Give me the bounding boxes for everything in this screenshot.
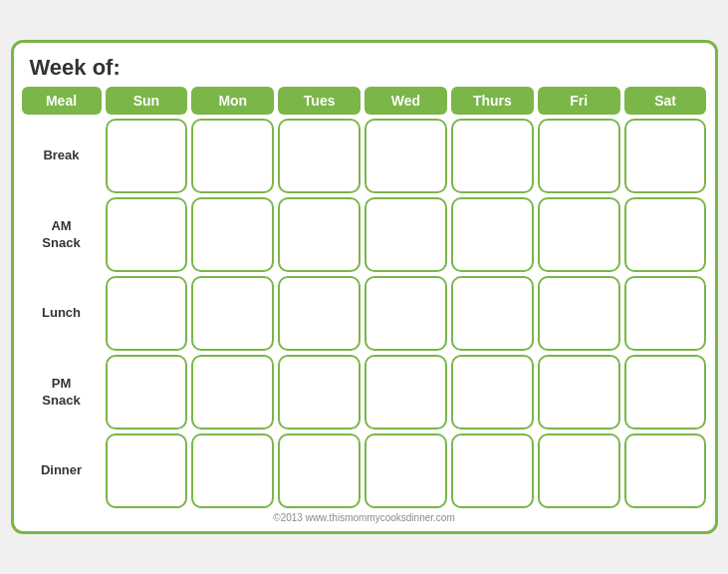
cell-dinner-fri[interactable] [538, 433, 620, 508]
col-header-meal: Meal [22, 87, 102, 115]
cell-amsnack-tues[interactable] [278, 197, 361, 272]
planner-grid: Meal Sun Mon Tues Wed Thurs Fri Sat Brea… [22, 87, 707, 508]
cell-pmsnack-tues[interactable] [278, 355, 361, 430]
cell-lunch-sun[interactable] [106, 276, 188, 351]
cell-dinner-wed[interactable] [364, 433, 447, 508]
cell-lunch-wed[interactable] [364, 276, 447, 351]
col-header-thurs: Thurs [451, 87, 534, 115]
cell-amsnack-thurs[interactable] [451, 197, 534, 272]
cell-amsnack-sat[interactable] [624, 197, 707, 272]
cell-break-fri[interactable] [538, 119, 620, 193]
cell-lunch-fri[interactable] [538, 276, 620, 351]
cell-dinner-tues[interactable] [278, 433, 361, 508]
col-header-sat: Sat [624, 87, 707, 115]
cell-lunch-tues[interactable] [278, 276, 361, 351]
meal-label-break: Break [22, 119, 102, 193]
cell-pmsnack-mon[interactable] [191, 355, 274, 430]
col-header-tues: Tues [278, 87, 361, 115]
meal-label-dinner: Dinner [22, 433, 102, 508]
meal-label-am-snack: AM Snack [22, 197, 102, 272]
col-header-sun: Sun [106, 87, 188, 115]
footer-copyright: ©2013 www.thismommycooksdinner.com [22, 508, 707, 523]
col-header-fri: Fri [538, 87, 620, 115]
cell-pmsnack-thurs[interactable] [451, 355, 534, 430]
cell-pmsnack-sat[interactable] [624, 355, 707, 430]
cell-amsnack-fri[interactable] [538, 197, 620, 272]
cell-break-wed[interactable] [364, 119, 447, 193]
meal-planner: Week of: Meal Sun Mon Tues Wed Thurs Fri… [11, 40, 718, 534]
cell-dinner-thurs[interactable] [451, 433, 534, 508]
meal-label-pm-snack: PM Snack [22, 355, 102, 430]
cell-break-mon[interactable] [191, 119, 274, 193]
cell-break-thurs[interactable] [451, 119, 534, 193]
cell-lunch-thurs[interactable] [451, 276, 534, 351]
cell-dinner-sat[interactable] [624, 433, 707, 508]
cell-dinner-sun[interactable] [106, 433, 188, 508]
cell-break-sun[interactable] [106, 119, 188, 193]
col-header-mon: Mon [191, 87, 274, 115]
cell-dinner-mon[interactable] [191, 433, 274, 508]
cell-amsnack-mon[interactable] [191, 197, 274, 272]
col-header-wed: Wed [364, 87, 447, 115]
cell-pmsnack-fri[interactable] [538, 355, 620, 430]
cell-amsnack-wed[interactable] [364, 197, 447, 272]
meal-label-lunch: Lunch [22, 276, 102, 351]
cell-lunch-mon[interactable] [191, 276, 274, 351]
cell-pmsnack-wed[interactable] [364, 355, 447, 430]
cell-amsnack-sun[interactable] [106, 197, 188, 272]
cell-break-tues[interactable] [278, 119, 361, 193]
cell-lunch-sat[interactable] [624, 276, 707, 351]
cell-break-sat[interactable] [624, 119, 707, 193]
week-of-label: Week of: [22, 51, 707, 87]
cell-pmsnack-sun[interactable] [106, 355, 188, 430]
